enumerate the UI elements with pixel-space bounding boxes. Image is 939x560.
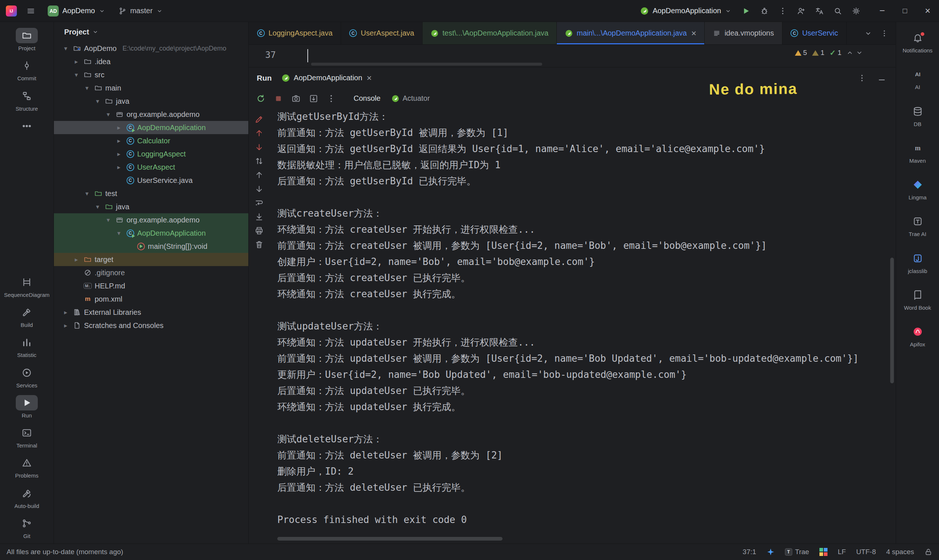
tool-stripe-db[interactable]: DB: [896, 102, 939, 129]
console-arrow-down-button[interactable]: [254, 140, 264, 154]
tree-chevron-icon[interactable]: ▸: [114, 150, 123, 158]
editor-tab-idea-vmoptions[interactable]: idea.vmoptions: [705, 22, 782, 45]
indent-indicator[interactable]: 4 spaces: [886, 548, 914, 556]
tool-stripe-jclasslib[interactable]: jclasslib: [896, 248, 939, 276]
tool-stripe-sequencediagram[interactable]: SequenceDiagram: [0, 272, 54, 300]
tab-actuator[interactable]: Actuator: [392, 94, 430, 103]
tree-row-userservice-java[interactable]: CUserService.java: [54, 174, 248, 187]
tool-stripe-lingma[interactable]: Lingma: [896, 175, 939, 203]
translate-icon[interactable]: [813, 5, 826, 18]
tool-stripe-word-book[interactable]: Word Book: [896, 285, 939, 313]
tree-row-org-example-aopdemo[interactable]: ▾org.example.aopdemo: [54, 213, 248, 226]
console-vertical-scrollbar[interactable]: [890, 258, 894, 383]
tree-chevron-icon[interactable]: ▸: [61, 322, 70, 329]
tree-row-aopdemoapplication[interactable]: ▸CAopDemoApplication: [54, 121, 248, 134]
console-horizontal-scrollbar[interactable]: [277, 537, 503, 541]
tree-row-loggingaspect[interactable]: ▸CLoggingAspect: [54, 147, 248, 160]
tree-chevron-icon[interactable]: ▸: [114, 124, 123, 132]
vcs-status-text[interactable]: All files are up-to-date (moments ago): [6, 548, 123, 556]
minimize-button[interactable]: −: [871, 0, 894, 22]
settings-gear-icon[interactable]: [850, 5, 863, 18]
tree-row-external-libraries[interactable]: ▸External Libraries: [54, 306, 248, 319]
tool-stripe-more[interactable]: [0, 116, 54, 136]
tree-row-aopdemoapplication[interactable]: ▾CAopDemoApplication: [54, 226, 248, 240]
vcs-branch-widget[interactable]: master: [116, 5, 166, 17]
more-actions-icon[interactable]: [776, 5, 789, 18]
prev-problem-icon[interactable]: [846, 49, 853, 56]
tree-chevron-icon[interactable]: ▸: [72, 256, 81, 263]
tool-stripe-trae-ai[interactable]: Trae AI: [896, 211, 939, 239]
tool-stripe-apifox[interactable]: Apifox: [896, 322, 939, 350]
tree-row-main[interactable]: ▾main: [54, 82, 248, 95]
encoding-indicator[interactable]: UTF-8: [856, 548, 876, 556]
console-pencil-button[interactable]: [254, 112, 264, 126]
tree-row-useraspect[interactable]: ▸CUserAspect: [54, 160, 248, 174]
main-menu-icon[interactable]: [24, 5, 37, 18]
tree-row-calculator[interactable]: ▸CCalculator: [54, 134, 248, 147]
tool-stripe-notifications[interactable]: Notifications: [896, 28, 939, 56]
console-arrow-up-button[interactable]: [254, 126, 264, 140]
tree-row-pom-xml[interactable]: mpom.xml: [54, 292, 248, 306]
search-everywhere-icon[interactable]: [831, 5, 844, 18]
close-button[interactable]: ×: [916, 0, 939, 22]
tree-chevron-icon[interactable]: ▸: [72, 58, 81, 66]
show-hidden-tabs-icon[interactable]: [864, 29, 872, 37]
inspection-widget[interactable]: 5 1 ✓1: [795, 48, 863, 57]
tab-console[interactable]: Console: [354, 94, 380, 103]
tree-row-src[interactable]: ▾src: [54, 68, 248, 82]
tool-stripe-ai[interactable]: AIAI: [896, 65, 939, 92]
tree-row-target[interactable]: ▸target: [54, 253, 248, 266]
editor-tab-test-aopdemoapplication-java[interactable]: test\...\AopDemoApplication.java: [422, 22, 557, 45]
tree-row-idea[interactable]: ▸.idea: [54, 55, 248, 68]
tree-chevron-icon[interactable]: ▸: [114, 137, 123, 145]
tree-row-aopdemo[interactable]: ▾AopDemoE:\code\my_code\project\AopDemo: [54, 42, 248, 55]
editor-tab-loggingaspect-java[interactable]: CLoggingAspect.java: [249, 22, 341, 45]
tool-stripe-structure[interactable]: Structure: [0, 86, 54, 114]
tree-chevron-icon[interactable]: ▾: [83, 84, 91, 92]
tree-row-java[interactable]: ▾java: [54, 200, 248, 213]
dump-threads-icon[interactable]: [309, 94, 318, 103]
tool-stripe-project[interactable]: Project: [0, 26, 54, 54]
run-button[interactable]: [740, 5, 752, 18]
tree-chevron-icon[interactable]: ▾: [72, 71, 81, 79]
tool-stripe-statistic[interactable]: Statistic: [0, 332, 54, 360]
tool-stripe-build[interactable]: Build: [0, 302, 54, 330]
tree-chevron-icon[interactable]: ▾: [93, 203, 102, 211]
run-options-kebab-icon[interactable]: [857, 74, 867, 83]
lingma-status-icon[interactable]: [766, 548, 775, 556]
tool-stripe-problems[interactable]: Problems: [0, 453, 54, 481]
code-editor[interactable]: 37 5 1 ✓1: [249, 45, 896, 67]
line-ending-indicator[interactable]: LF: [838, 548, 846, 556]
project-widget[interactable]: AD AopDemo: [45, 4, 108, 18]
screenshot-icon[interactable]: [291, 94, 301, 103]
color-grid-icon[interactable]: [819, 548, 828, 556]
hide-tool-window-icon[interactable]: [877, 74, 886, 83]
project-panel-header[interactable]: Project: [54, 22, 248, 42]
tree-chevron-icon[interactable]: ▾: [104, 111, 113, 118]
editor-tab-userservic[interactable]: CUserServic: [782, 22, 846, 45]
tree-row-help-md[interactable]: M↓HELP.md: [54, 279, 248, 292]
close-tab-icon[interactable]: ×: [691, 29, 696, 38]
console-trash-button[interactable]: [254, 237, 264, 251]
maximize-button[interactable]: □: [894, 0, 916, 22]
tree-row-gitignore[interactable]: .gitignore: [54, 266, 248, 279]
tree-row-test[interactable]: ▾test: [54, 187, 248, 200]
tree-chevron-icon[interactable]: ▾: [104, 216, 113, 224]
console-scroll-end-button[interactable]: [254, 210, 264, 223]
console-wrap-button[interactable]: [254, 196, 264, 210]
tool-stripe-git[interactable]: Git: [0, 514, 54, 541]
run-content-tab[interactable]: AopDemoApplication ×: [281, 74, 372, 83]
tool-stripe-auto-build[interactable]: Auto-build: [0, 483, 54, 511]
console-arrow-up-button[interactable]: [254, 168, 264, 182]
debug-button[interactable]: [758, 5, 771, 18]
code-with-me-icon[interactable]: [794, 5, 808, 18]
tree-chevron-icon[interactable]: ▸: [114, 163, 123, 171]
rerun-icon[interactable]: [256, 94, 265, 103]
editor-tab-useraspect-java[interactable]: CUserAspect.java: [341, 22, 423, 45]
console-arrow-down-button[interactable]: [254, 182, 264, 196]
tree-chevron-icon[interactable]: ▾: [114, 229, 123, 237]
console-swap-button[interactable]: [254, 154, 264, 168]
tree-chevron-icon[interactable]: ▾: [83, 190, 91, 197]
tool-stripe-commit[interactable]: Commit: [0, 56, 54, 83]
editor-horizontal-scrollbar[interactable]: [311, 63, 542, 66]
